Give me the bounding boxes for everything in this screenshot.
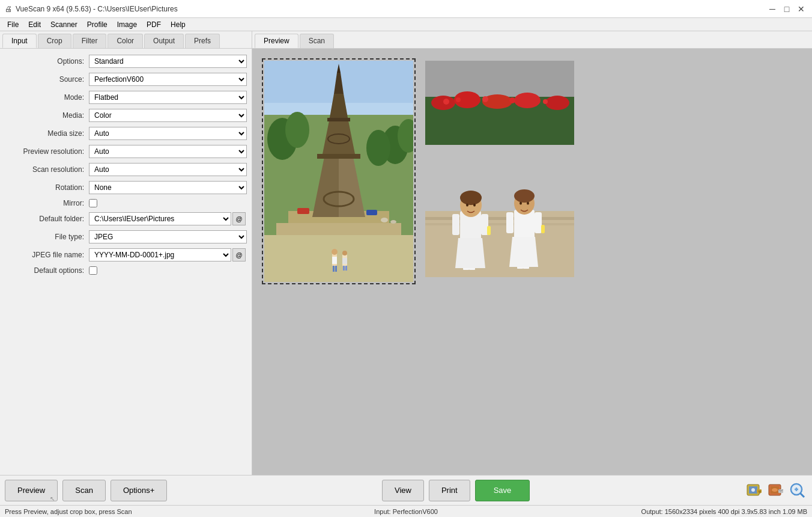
scan-photo-icon xyxy=(746,482,763,499)
file-type-control: JPEG TIFF PDF xyxy=(89,230,247,243)
view-button[interactable]: View xyxy=(382,480,424,501)
media-label: Media: xyxy=(5,111,89,120)
svg-point-60 xyxy=(460,191,482,205)
setting-source: Source: PerfectionV600 xyxy=(5,73,247,86)
svg-rect-31 xyxy=(343,266,345,271)
jpeg-filename-select[interactable]: YYYY-MM-DD-0001+.jpg xyxy=(89,248,231,262)
svg-point-27 xyxy=(332,249,338,255)
mode-select[interactable]: Flatbed Transparency xyxy=(89,91,247,104)
svg-point-61 xyxy=(466,204,468,207)
minimize-button[interactable]: ─ xyxy=(766,3,778,15)
svg-point-7 xyxy=(285,112,309,148)
default-folder-at-button[interactable]: @ xyxy=(232,212,246,225)
svg-point-92 xyxy=(791,484,802,495)
svg-rect-5 xyxy=(276,223,401,235)
bottom-toolbar: Preview ↖ Scan Options+ View Print Save xyxy=(0,475,812,505)
tab-crop[interactable]: Crop xyxy=(38,34,71,48)
svg-rect-70 xyxy=(506,212,514,233)
rotation-label: Rotation: xyxy=(5,183,89,192)
default-folder-label: Default folder: xyxy=(5,215,89,223)
scan-button[interactable]: Scan xyxy=(62,480,106,501)
default-options-label: Default options: xyxy=(5,266,89,275)
menu-image[interactable]: Image xyxy=(112,19,142,30)
tab-output[interactable]: Output xyxy=(144,34,184,48)
preview-tab-scan[interactable]: Scan xyxy=(300,34,334,48)
scan-email-icon xyxy=(768,482,784,499)
rotation-select[interactable]: None 90 CW 90 CCW 180 xyxy=(89,181,247,194)
preview-resolution-select[interactable]: Auto 75 150 300 xyxy=(89,145,247,158)
setting-media: Media: Color Black & White xyxy=(5,109,247,122)
tab-input[interactable]: Input xyxy=(2,34,37,48)
titlebar-controls: ─ □ ✕ xyxy=(766,3,807,15)
mirror-control xyxy=(89,199,247,207)
tab-filter[interactable]: Filter xyxy=(73,34,107,48)
svg-marker-56 xyxy=(455,238,485,268)
options-select[interactable]: Standard Advanced xyxy=(89,55,247,68)
svg-rect-26 xyxy=(342,258,347,264)
svg-rect-50 xyxy=(425,223,574,225)
close-button[interactable]: ✕ xyxy=(795,3,807,15)
scan-to-email-button[interactable] xyxy=(766,481,786,500)
status-left: Press Preview, adjust crop box, press Sc… xyxy=(5,508,346,515)
save-button[interactable]: Save xyxy=(475,480,530,501)
svg-point-46 xyxy=(509,97,515,103)
preview-tab-preview[interactable]: Preview xyxy=(255,34,298,48)
preview-button[interactable]: Preview ↖ xyxy=(5,480,58,501)
default-options-checkbox[interactable] xyxy=(89,266,97,275)
menu-file[interactable]: File xyxy=(2,19,23,30)
menu-edit[interactable]: Edit xyxy=(23,19,46,30)
setting-scan-resolution: Scan resolution: Auto 150 300 600 xyxy=(5,163,247,176)
svg-rect-32 xyxy=(345,266,347,271)
svg-rect-25 xyxy=(332,257,337,264)
tab-prefs[interactable]: Prefs xyxy=(185,34,220,48)
zoom-in-button[interactable] xyxy=(788,481,807,500)
media-size-select[interactable]: Auto Letter A4 xyxy=(89,127,247,140)
source-select[interactable]: PerfectionV600 xyxy=(89,73,247,86)
scan-resolution-control: Auto 150 300 600 xyxy=(89,163,247,176)
svg-rect-16 xyxy=(327,118,350,121)
tab-color[interactable]: Color xyxy=(108,34,143,48)
children-photo-svg xyxy=(425,61,574,277)
scan-resolution-select[interactable]: Auto 150 300 600 xyxy=(89,163,247,176)
options-plus-button[interactable]: Options+ xyxy=(111,480,167,501)
svg-point-75 xyxy=(527,202,529,205)
preview-resolution-control: Auto 75 150 300 xyxy=(89,145,247,158)
preview-resolution-label: Preview resolution: xyxy=(5,147,89,156)
mode-label: Mode: xyxy=(5,93,89,102)
app-icon: 🖨 xyxy=(5,5,12,13)
status-mid: Input: PerfectionV600 xyxy=(346,508,466,515)
svg-point-34 xyxy=(390,220,396,224)
preview-tabs: Preview Scan xyxy=(252,31,812,49)
media-select[interactable]: Color Black & White xyxy=(89,109,247,122)
svg-point-41 xyxy=(514,93,541,108)
photo-children-container[interactable] xyxy=(425,61,574,279)
file-type-label: File type: xyxy=(5,233,89,241)
setting-file-type: File type: JPEG TIFF PDF xyxy=(5,230,247,243)
menu-scanner[interactable]: Scanner xyxy=(46,19,82,30)
media-size-control: Auto Letter A4 xyxy=(89,127,247,140)
setting-mirror: Mirror: xyxy=(5,199,247,207)
mirror-checkbox[interactable] xyxy=(89,199,97,207)
menu-help[interactable]: Help xyxy=(166,19,190,30)
maximize-button[interactable]: □ xyxy=(781,3,793,15)
main-area: Input Crop Filter Color Output Prefs Opt… xyxy=(0,31,812,475)
print-button[interactable]: Print xyxy=(429,480,470,501)
scan-to-photo-button[interactable] xyxy=(745,481,764,500)
preview-area[interactable] xyxy=(252,49,812,475)
svg-point-28 xyxy=(342,251,347,255)
menu-pdf[interactable]: PDF xyxy=(142,19,166,30)
settings-content: Options: Standard Advanced Source: Perfe… xyxy=(0,49,252,475)
photo-eiffel-container[interactable] xyxy=(264,61,413,282)
titlebar: 🖨 VueScan 9 x64 (9.5.63) - C:\Users\IEUs… xyxy=(0,0,812,18)
media-size-label: Media size: xyxy=(5,129,89,138)
svg-rect-30 xyxy=(335,266,337,272)
jpeg-filename-control: YYYY-MM-DD-0001+.jpg @ xyxy=(89,248,247,262)
svg-marker-69 xyxy=(509,237,538,267)
jpeg-filename-at-button[interactable]: @ xyxy=(232,248,246,262)
eiffel-photo-svg xyxy=(264,61,413,282)
svg-rect-48 xyxy=(425,211,574,277)
svg-rect-76 xyxy=(541,225,545,233)
default-folder-select[interactable]: C:\Users\IEUser\Pictures xyxy=(89,212,231,225)
menu-profile[interactable]: Profile xyxy=(82,19,112,30)
file-type-select[interactable]: JPEG TIFF PDF xyxy=(89,230,247,243)
